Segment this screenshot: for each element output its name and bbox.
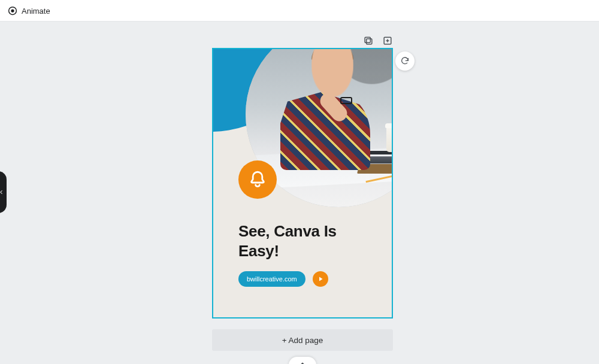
side-panel-collapse[interactable] xyxy=(0,171,7,213)
photo-head xyxy=(311,48,353,97)
svg-point-1 xyxy=(11,9,14,12)
page-tools xyxy=(362,35,394,47)
duplicate-page-button[interactable] xyxy=(362,35,374,47)
add-page-icon xyxy=(382,35,394,47)
play-button[interactable] xyxy=(313,271,328,287)
chevron-up-icon xyxy=(298,360,307,364)
top-toolbar: Animate xyxy=(0,0,599,22)
add-page-bar[interactable]: + Add page xyxy=(212,329,393,351)
design-canvas[interactable]: See, Canva Is Easy! bwillcreative.com xyxy=(212,48,393,318)
svg-rect-2 xyxy=(367,39,372,44)
headline-text[interactable]: See, Canva Is Easy! xyxy=(238,222,375,260)
duplicate-page-icon xyxy=(362,35,374,47)
url-pill-button[interactable]: bwillcreative.com xyxy=(238,271,305,287)
bell-badge[interactable] xyxy=(238,160,277,199)
svg-rect-3 xyxy=(365,37,370,43)
photo-cup xyxy=(386,127,393,152)
regenerate-button[interactable] xyxy=(395,51,415,71)
chevron-left-icon xyxy=(0,189,4,195)
animate-button[interactable]: Animate xyxy=(5,4,53,18)
animate-icon xyxy=(7,5,18,16)
bottom-panel-toggle[interactable] xyxy=(289,357,316,364)
regenerate-icon xyxy=(400,56,410,66)
animate-label: Animate xyxy=(22,7,50,16)
cta-row: bwillcreative.com xyxy=(238,271,328,287)
photo-glasses xyxy=(340,97,352,104)
new-page-button[interactable] xyxy=(382,35,394,47)
play-icon xyxy=(317,275,324,283)
bell-icon xyxy=(247,169,268,190)
